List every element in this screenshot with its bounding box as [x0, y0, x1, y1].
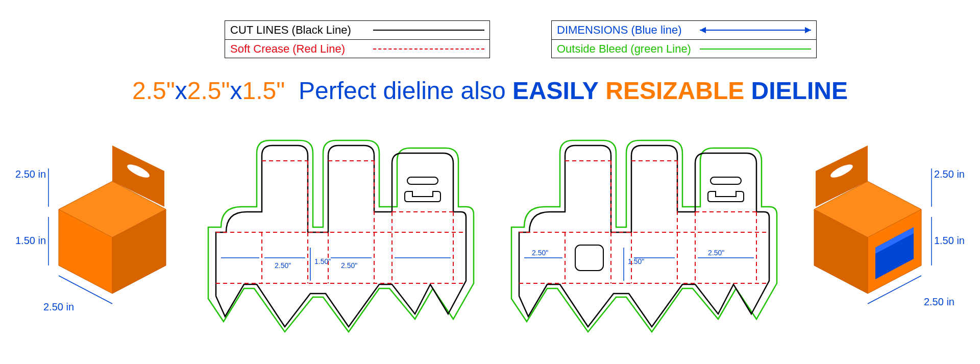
legend-cutlines-label: CUT LINES (Black Line) — [230, 23, 373, 37]
dieline1-dim2: 1.50" — [314, 257, 331, 265]
headline-mid: Perfect dieline also — [299, 77, 506, 104]
headline-dim3: 1.5" — [242, 77, 285, 104]
legend-row: CUT LINES (Black Line) Soft Crease (Red … — [225, 20, 817, 58]
headline-dim1: 2.5" — [132, 77, 175, 104]
box-left-dim-tab: 2.50 in — [15, 168, 46, 180]
headline-dim2: 2.5" — [187, 77, 230, 104]
crease-sample-icon — [373, 48, 484, 50]
legend-crease: Soft Crease (Red Line) — [225, 39, 489, 58]
dieline2-dim3: 2.50" — [708, 249, 724, 257]
dimension-sample-icon — [700, 30, 811, 31]
box-right-dim-h: 1.50 in — [934, 235, 965, 247]
box-left-dim-h: 1.50 in — [15, 235, 46, 247]
legend-left: CUT LINES (Black Line) Soft Crease (Red … — [225, 20, 490, 58]
legend-bleed: Outside Bleed (green Line) — [552, 39, 816, 58]
dieline1-dim3: 2.50" — [341, 261, 357, 270]
svg-rect-27 — [575, 245, 603, 271]
headline-dieline: DIELINE — [751, 77, 848, 104]
dieline2-dim1: 2.50" — [532, 249, 548, 257]
main-row: 2.50 in 1.50 in 2.50 in — [15, 128, 965, 347]
headline-easily: EASILY — [512, 77, 599, 104]
headline-x2: x — [230, 77, 242, 104]
box-left-dim-w: 2.50 in — [43, 301, 74, 313]
svg-rect-9 — [407, 177, 438, 184]
bleed-sample-icon — [700, 48, 811, 50]
legend-cutlines: CUT LINES (Black Line) — [225, 21, 489, 39]
box-right-dim-w: 2.50 in — [924, 296, 954, 308]
svg-rect-26 — [710, 177, 741, 184]
cutline-sample-icon — [373, 30, 484, 31]
dieline-2: 2.50" 1.50" 2.50" — [499, 130, 785, 345]
headline-resizable: RESIZABLE — [605, 77, 744, 104]
legend-crease-label: Soft Crease (Red Line) — [230, 42, 373, 56]
legend-right: DIMENSIONS (Blue line) Outside Bleed (gr… — [551, 20, 817, 58]
box-right-dim-tab: 2.50 in — [934, 168, 965, 180]
headline: 2.5"x2.5"x1.5" Perfect dieline also EASI… — [0, 77, 980, 105]
headline-x1: x — [175, 77, 187, 104]
dieline1-dim1: 2.50" — [275, 261, 291, 270]
legend-bleed-label: Outside Bleed (green Line) — [557, 42, 700, 56]
legend-dimensions-label: DIMENSIONS (Blue line) — [557, 23, 700, 37]
dieline-1: 2.50" 1.50" 2.50" — [195, 130, 481, 345]
legend-dimensions: DIMENSIONS (Blue line) — [552, 21, 816, 39]
box3d-left: 2.50 in 1.50 in 2.50 in — [15, 140, 179, 334]
dieline2-dim2: 1.50" — [628, 257, 644, 265]
box3d-right: 2.50 in 1.50 in 2.50 in — [801, 140, 965, 334]
